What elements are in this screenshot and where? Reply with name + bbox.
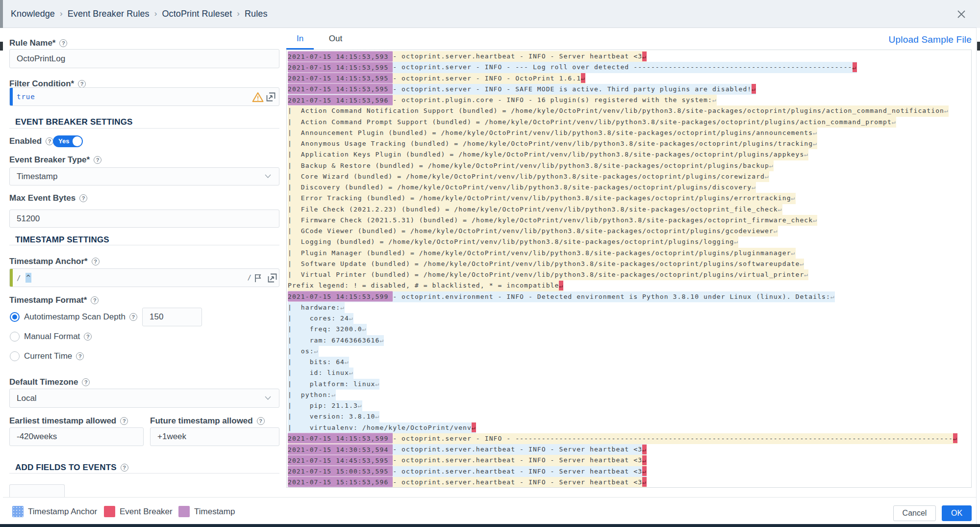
breadcrumb-separator: › <box>154 9 157 19</box>
sample-log-viewer[interactable]: 2021-07-15 14:15:53,593 - octoprint.serv… <box>286 50 972 488</box>
breadcrumb-separator: › <box>237 9 240 19</box>
warning-icon <box>252 92 264 103</box>
event-break-marker: ↵ <box>472 422 476 432</box>
flag-icon[interactable] <box>254 274 264 283</box>
radio-icon <box>10 332 20 342</box>
default-timezone-select[interactable]: Local <box>9 389 279 408</box>
ok-button[interactable]: OK <box>942 505 972 521</box>
event-break-marker: ↵ <box>642 477 647 487</box>
help-icon[interactable]: ? <box>82 378 90 386</box>
timestamp-anchor-input[interactable]: / ^ / <box>9 268 279 287</box>
cancel-button[interactable]: Cancel <box>893 505 936 521</box>
log-line: | Software Update (bundled) = /home/kyle… <box>288 259 804 269</box>
earliest-timestamp-label: Earliest timestamp allowed? <box>9 416 128 426</box>
chevron-down-icon <box>265 174 271 178</box>
help-icon[interactable]: ? <box>76 352 84 360</box>
legend-swatch <box>12 506 24 517</box>
help-icon[interactable]: ? <box>79 194 87 202</box>
log-line: | platform: linux↵ <box>288 379 379 390</box>
help-icon[interactable]: ? <box>46 137 53 145</box>
radio-current-time[interactable]: Current Time? <box>10 351 84 361</box>
log-line: 2021-07-15 15:00:53,595 - octoprint.serv… <box>288 466 647 477</box>
radio-manual-format[interactable]: Manual Format? <box>10 332 92 342</box>
page-edge-right-notch <box>977 42 980 51</box>
close-icon[interactable] <box>957 10 966 19</box>
help-icon[interactable]: ? <box>120 417 128 425</box>
newline-glyph: ↵ <box>800 260 804 267</box>
enabled-toggle[interactable]: Yes <box>53 135 83 147</box>
newline-glyph: ↵ <box>813 129 817 136</box>
log-line: | File Check (2021.2.23) (bundled) = /ho… <box>288 204 782 215</box>
timestamp-settings-header: TIMESTAMP SETTINGS <box>15 235 109 245</box>
timestamp-highlight: 2021-07-15 14:15:53,596 <box>288 95 393 105</box>
default-timezone-label: Default Timezone? <box>9 377 90 387</box>
newline-glyph: ↵ <box>331 391 336 398</box>
help-icon[interactable]: ? <box>92 258 100 265</box>
timestamp-highlight: 2021-07-15 14:15:53,595 <box>288 73 393 83</box>
tab-out[interactable]: Out <box>322 34 349 44</box>
future-timestamp-input[interactable]: +1week <box>150 427 279 446</box>
breadcrumb-item-event-breaker-rules[interactable]: Event Breaker Rules <box>68 9 150 19</box>
future-timestamp-label: Future timestamp allowed? <box>150 416 265 426</box>
newline-glyph: ↵ <box>774 227 778 235</box>
event-breaker-type-select[interactable]: Timestamp <box>9 167 279 185</box>
newline-glyph: ↵ <box>314 347 319 355</box>
expand-editor-icon[interactable] <box>266 92 276 102</box>
help-icon[interactable]: ? <box>59 39 67 47</box>
page-edge-bottom <box>0 524 980 527</box>
newline-glyph: ↵ <box>349 315 353 322</box>
timestamp-highlight: 2021-07-15 14:15:53,595 <box>288 62 393 73</box>
legend-item: Timestamp <box>178 506 235 517</box>
help-icon[interactable]: ? <box>94 156 101 164</box>
legend-swatch <box>178 506 190 517</box>
log-line: 2021-07-15 14:30:53,594 - octoprint.serv… <box>288 444 647 455</box>
regex-close-slash: / <box>248 273 251 281</box>
filter-condition-input[interactable]: true <box>9 87 279 106</box>
expand-editor-icon[interactable] <box>268 273 277 283</box>
modal-header: Knowledge › Event Breaker Rules › OctoPr… <box>3 0 977 28</box>
tab-in[interactable]: In <box>286 34 314 44</box>
upload-sample-file-link[interactable]: Upload Sample File <box>889 34 972 45</box>
log-line: 2021-07-15 14:15:53,593 - octoprint.serv… <box>288 51 647 62</box>
help-icon[interactable]: ? <box>91 296 99 304</box>
legend-item: Timestamp Anchor <box>12 506 97 517</box>
max-event-bytes-input[interactable]: 51200 <box>9 210 279 228</box>
log-line: Prefix legend: ! = disabled, # = blackli… <box>288 280 563 291</box>
timestamp-highlight: 2021-07-15 14:15:53,595 <box>288 83 393 94</box>
radio-autotimestamp[interactable]: Autotimestamp Scan Depth? <box>10 312 137 322</box>
radio-icon <box>10 351 20 361</box>
breadcrumb-item-octoprint-ruleset[interactable]: OctoPrint Ruleset <box>162 9 232 19</box>
newline-glyph: ↵ <box>813 140 817 147</box>
newline-glyph: ↵ <box>892 118 896 126</box>
log-line: | Virtual Printer (bundled) = /home/kyle… <box>288 269 808 280</box>
log-line: 2021-07-15 14:15:53,599 - octoprint.serv… <box>288 433 957 444</box>
newline-glyph: ↵ <box>765 173 769 180</box>
add-field-partial-input[interactable] <box>9 484 65 497</box>
help-icon[interactable]: ? <box>84 333 92 341</box>
log-line: 2021-07-15 14:15:53,599 - octoprint.envi… <box>288 291 835 302</box>
help-icon[interactable]: ? <box>121 464 128 472</box>
log-line: | ram: 67463663616↵ <box>288 335 384 346</box>
help-icon[interactable]: ? <box>129 313 137 321</box>
help-icon[interactable]: ? <box>257 417 265 425</box>
earliest-timestamp-input[interactable]: -420weeks <box>9 427 144 446</box>
timestamp-highlight: 2021-07-15 14:30:53,594 <box>288 444 393 455</box>
log-line: | freq: 3200.0↵ <box>288 324 367 335</box>
anchor-selection: ^ <box>25 273 31 283</box>
log-line: | Discovery (bundled) = /home/kyle/OctoP… <box>288 182 756 193</box>
log-line: | Logging (bundled) = /home/kyle/OctoPri… <box>288 237 738 247</box>
section-divider <box>9 245 279 245</box>
help-icon[interactable]: ? <box>78 80 86 88</box>
scan-depth-input[interactable]: 150 <box>142 308 202 326</box>
preview-tabs: In Out Upload Sample File <box>286 34 972 44</box>
breadcrumb-item-knowledge[interactable]: Knowledge <box>11 9 55 19</box>
rule-form: Rule Name*? OctoPrintLog Filter Conditio… <box>0 28 286 497</box>
newline-glyph: ↵ <box>379 337 384 344</box>
legend-label: Event Breaker <box>120 507 173 517</box>
timestamp-highlight: 2021-07-15 15:00:53,595 <box>288 466 393 476</box>
rule-name-input[interactable]: OctoPrintLog <box>9 49 279 68</box>
timestamp-highlight: 2021-07-15 14:15:53,593 <box>288 51 393 62</box>
newline-glyph: ↵ <box>362 325 367 333</box>
newline-glyph: ↵ <box>804 151 808 158</box>
filter-condition-type-bar <box>10 88 13 105</box>
